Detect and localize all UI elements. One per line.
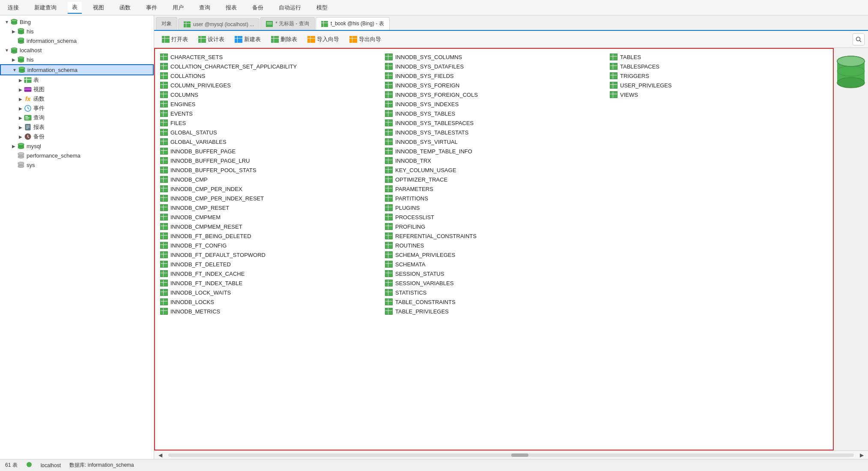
table-row[interactable] [606,184,831,194]
import-wizard-button[interactable]: 导入向导 [303,34,343,45]
table-row[interactable]: INNODB_CMP_RESET [157,203,382,212]
menu-query[interactable]: 查询 [195,2,215,13]
table-row[interactable]: INNODB_SYS_TABLESTATS [382,128,606,137]
table-row[interactable]: VIEWS [606,90,831,99]
expand-arrow-folder-view[interactable] [17,86,24,93]
tree-folder-view[interactable]: 视图 [0,85,154,94]
table-row[interactable]: INNODB_LOCK_WAITS [157,288,382,297]
expand-arrow-bing-his[interactable] [10,28,17,35]
expand-arrow-localhost-mysql[interactable] [10,143,17,149]
new-table-button[interactable]: 新建表 [230,34,265,45]
table-row[interactable] [606,307,831,316]
menu-model[interactable]: 模型 [312,2,332,13]
tree-db-bing-his[interactable]: his [0,27,154,36]
table-row[interactable]: GLOBAL_STATUS [157,128,382,137]
tree-db-localhost-perf[interactable]: performance_schema [0,151,154,160]
table-row[interactable] [606,109,831,118]
menu-auto-run[interactable]: 自动运行 [274,2,305,13]
table-row[interactable]: OPTIMIZER_TRACE [382,175,606,184]
tab-query[interactable]: * 无标题 - 查询 [260,17,315,30]
table-row[interactable] [606,128,831,137]
expand-arrow-folder-event[interactable] [17,105,24,112]
tab-tbook[interactable]: t_book @his (Bing) - 表 [316,17,390,30]
menu-backup[interactable]: 备份 [248,2,268,13]
table-row[interactable] [606,269,831,278]
table-row[interactable] [606,118,831,128]
tree-db-localhost-sys[interactable]: sys [0,160,154,170]
search-button[interactable] [853,33,865,45]
table-row[interactable]: PROFILING [382,222,606,231]
table-row[interactable]: INNODB_BUFFER_PAGE_LRU [157,156,382,165]
table-row[interactable]: PLUGINS [382,203,606,212]
tree-folder-report[interactable]: 报表 [0,122,154,132]
expand-arrow-localhost-info[interactable] [11,66,18,73]
table-row[interactable] [606,212,831,222]
menu-event[interactable]: 事件 [142,2,161,13]
table-row[interactable]: INNODB_TRX [382,156,606,165]
table-row[interactable] [606,231,831,241]
table-row[interactable]: KEY_COLUMN_USAGE [382,165,606,175]
table-row[interactable]: TABLE_CONSTRAINTS [382,297,606,307]
tree-container[interactable]: Bing [0,15,154,459]
delete-table-button[interactable]: 删除表 [267,34,301,45]
table-row[interactable] [606,194,831,203]
scroll-thumb[interactable] [511,453,528,457]
menu-view[interactable]: 视图 [89,2,108,13]
table-row[interactable]: COLLATION_CHARACTER_SET_APPLICABILITY [157,62,382,71]
table-row[interactable]: SESSION_STATUS [382,269,606,278]
table-row[interactable]: TABLE_PRIVILEGES [382,307,606,316]
scroll-left-button[interactable]: ◀ [156,451,165,459]
table-row[interactable]: CHARACTER_SETS [157,52,382,62]
table-row[interactable]: INNODB_FT_BEING_DELETED [157,231,382,241]
table-row[interactable]: INNODB_TEMP_TABLE_INFO [382,146,606,156]
tree-db-localhost-info[interactable]: information_schema [0,64,154,75]
table-row[interactable]: GLOBAL_VARIABLES [157,137,382,146]
table-row[interactable] [606,146,831,156]
table-row[interactable]: INNODB_SYS_FOREIGN [382,80,606,90]
table-row[interactable] [606,156,831,165]
table-row[interactable]: TABLES [606,52,831,62]
table-row[interactable]: SCHEMA_PRIVILEGES [382,250,606,259]
menu-connect[interactable]: 连接 [3,2,23,13]
tree-folder-event[interactable]: 事件 [0,104,154,113]
scroll-right-button[interactable]: ▶ [857,451,866,459]
table-row[interactable]: SCHEMATA [382,259,606,269]
menu-new-query[interactable]: 新建查询 [30,2,61,13]
table-row[interactable] [606,297,831,307]
table-row[interactable]: TRIGGERS [606,71,831,80]
table-row[interactable]: COLUMNS [157,90,382,99]
tree-folder-query[interactable]: 查询 [0,113,154,122]
open-table-button[interactable]: 打开表 [158,34,192,45]
table-row[interactable]: ENGINES [157,99,382,109]
table-row[interactable]: INNODB_FT_INDEX_CACHE [157,269,382,278]
tab-object[interactable]: 对象 [156,17,177,30]
design-table-button[interactable]: 设计表 [194,34,229,45]
table-row[interactable] [606,203,831,212]
table-row[interactable]: SESSION_VARIABLES [382,278,606,288]
tree-db-localhost-mysql[interactable]: mysql [0,141,154,151]
table-row[interactable]: INNODB_CMPMEM [157,212,382,222]
table-row[interactable]: COLLATIONS [157,71,382,80]
menu-report[interactable]: 报表 [221,2,241,13]
expand-arrow-folder-func[interactable] [17,95,24,102]
table-row[interactable]: INNODB_BUFFER_PAGE [157,146,382,156]
expand-arrow-bing[interactable] [3,18,10,25]
table-row[interactable]: COLUMN_PRIVILEGES [157,80,382,90]
table-row[interactable]: INNODB_SYS_VIRTUAL [382,137,606,146]
expand-arrow-localhost-his[interactable] [10,56,17,63]
table-row[interactable] [606,99,831,109]
table-row[interactable]: INNODB_CMP [157,175,382,184]
table-row[interactable] [606,222,831,231]
table-row[interactable]: INNODB_METRICS [157,307,382,316]
table-row[interactable]: INNODB_SYS_FIELDS [382,71,606,80]
table-row[interactable]: STATISTICS [382,288,606,297]
table-row[interactable] [606,241,831,250]
table-row[interactable] [606,165,831,175]
table-row[interactable] [606,259,831,269]
tree-connection-bing[interactable]: Bing [0,17,154,27]
table-row[interactable] [606,288,831,297]
export-wizard-button[interactable]: 导出向导 [345,34,385,45]
table-row[interactable] [606,137,831,146]
table-row[interactable]: INNODB_FT_DELETED [157,259,382,269]
table-row[interactable]: INNODB_BUFFER_POOL_STATS [157,165,382,175]
